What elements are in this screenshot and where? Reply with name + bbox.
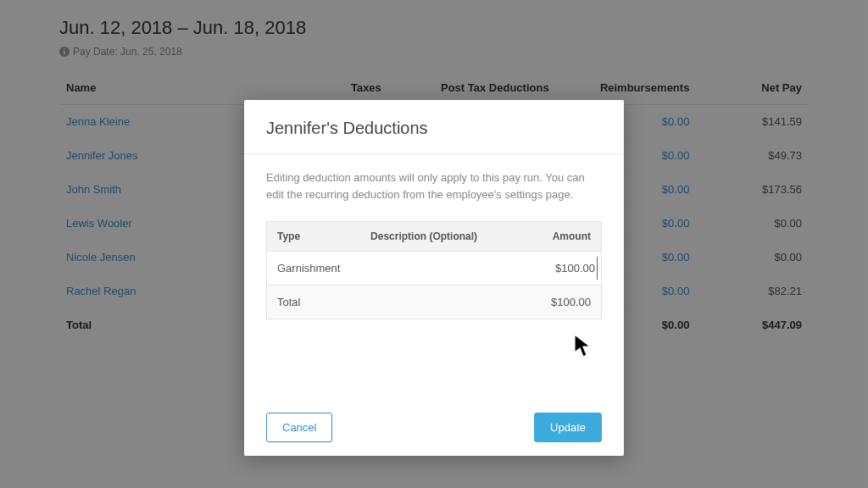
modal-title: Jennifer's Deductions xyxy=(266,119,602,138)
deduction-type: Garnishment xyxy=(267,252,361,286)
deduction-total-amount: $100.00 xyxy=(501,286,602,319)
deduction-total-label: Total xyxy=(267,286,361,319)
deduction-row: Garnishment xyxy=(267,252,602,286)
modal-overlay: Jennifer's Deductions Editing deduction … xyxy=(0,0,868,488)
cancel-button[interactable]: Cancel xyxy=(266,413,332,442)
deduction-total-row: Total $100.00 xyxy=(267,286,602,319)
amount-input[interactable] xyxy=(530,257,598,280)
dcol-amount: Amount xyxy=(501,222,602,252)
dcol-desc: Description (Optional) xyxy=(360,222,501,252)
update-button[interactable]: Update xyxy=(534,413,602,442)
deduction-table: Type Description (Optional) Amount Garni… xyxy=(266,221,602,319)
deductions-modal: Jennifer's Deductions Editing deduction … xyxy=(244,100,624,456)
deduction-desc[interactable] xyxy=(360,252,501,286)
modal-description: Editing deduction amounts will only appl… xyxy=(266,169,602,202)
dcol-type: Type xyxy=(267,222,361,252)
